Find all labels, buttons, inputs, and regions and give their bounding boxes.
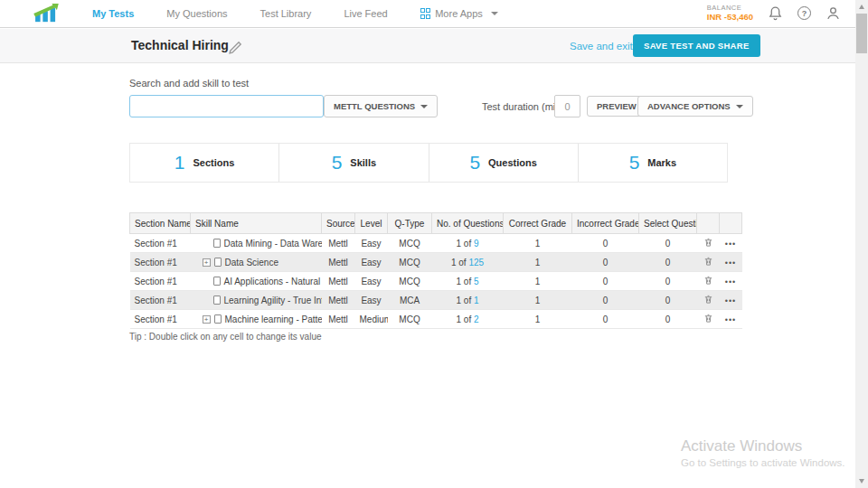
help-icon[interactable]: ? (797, 6, 811, 20)
search-skill-label: Search and add skill to test (129, 78, 249, 89)
cell-correct-grade[interactable]: 1 (504, 272, 572, 291)
cell-skill[interactable]: Data Mining - Data Warehou (224, 239, 322, 249)
cell-incorrect-grade[interactable]: 0 (572, 272, 639, 291)
table-row: Section #1 +Data Science Mettl Easy MCQ … (130, 253, 742, 272)
delete-row-icon[interactable] (703, 294, 713, 305)
cell-select-question[interactable]: 0 (639, 253, 697, 272)
advance-options-dropdown[interactable]: ADVANCE OPTIONS (637, 96, 753, 117)
notification-bell-icon[interactable] (768, 5, 783, 21)
cell-select-question[interactable]: 0 (639, 272, 697, 291)
cell-section[interactable]: Section #1 (130, 291, 191, 310)
cell-section[interactable]: Section #1 (130, 234, 191, 253)
nav-live-feed[interactable]: Live Feed (327, 8, 403, 19)
cell-source[interactable]: Mettl (322, 291, 355, 310)
marks-count: 5 (629, 152, 640, 174)
cell-correct-grade[interactable]: 1 (504, 253, 572, 272)
cell-qtype[interactable]: MCQ (388, 253, 432, 272)
nav-more-apps[interactable]: More Apps (404, 8, 514, 19)
save-and-exit-link[interactable]: Save and exit (570, 41, 633, 52)
cell-level[interactable]: Easy (355, 253, 388, 272)
cell-skill[interactable]: AI Applications - Natural Lan (224, 277, 322, 286)
profile-icon[interactable] (826, 5, 841, 21)
scroll-up-icon[interactable] (859, 5, 864, 9)
cell-qtype[interactable]: MCA (388, 291, 432, 310)
cell-source[interactable]: Mettl (322, 272, 355, 291)
cell-correct-grade[interactable]: 1 (504, 291, 572, 310)
top-nav: My Tests My Questions Test Library Live … (0, 0, 855, 28)
delete-row-icon[interactable] (703, 256, 713, 267)
expand-row-icon[interactable]: + (203, 258, 211, 267)
question-source-label: METTL QUESTIONS (334, 101, 415, 111)
cell-num-questions[interactable]: 1 of 9 (432, 234, 504, 253)
cell-qtype[interactable]: MCQ (388, 234, 432, 253)
cell-incorrect-grade[interactable]: 0 (572, 291, 639, 310)
cell-qtype[interactable]: MCQ (388, 272, 432, 291)
marks-label: Marks (647, 157, 676, 168)
chevron-down-icon (491, 12, 498, 15)
cell-skill[interactable]: Machine learning - Pattern R (225, 314, 322, 324)
cell-section[interactable]: Section #1 (130, 272, 191, 291)
cell-select-question[interactable]: 0 (639, 310, 697, 329)
cell-select-question[interactable]: 0 (639, 234, 697, 253)
cell-incorrect-grade[interactable]: 0 (572, 234, 639, 253)
table-row: Section #1 AI Applications - Natural Lan… (130, 272, 742, 291)
row-menu-icon[interactable]: ••• (725, 258, 736, 267)
nav-my-tests[interactable]: My Tests (76, 8, 150, 19)
test-duration-input[interactable] (554, 95, 580, 117)
cell-section[interactable]: Section #1 (130, 310, 191, 329)
cell-skill[interactable]: Data Science (225, 258, 278, 267)
scroll-down-icon[interactable] (859, 479, 864, 483)
question-source-dropdown[interactable]: METTL QUESTIONS (324, 95, 438, 117)
edit-title-pencil-icon[interactable] (228, 40, 243, 55)
cell-num-questions[interactable]: 1 of 2 (432, 310, 504, 329)
col-no-of-questions: No. of Questions (432, 213, 504, 234)
cell-select-question[interactable]: 0 (639, 291, 697, 310)
expand-row-icon[interactable]: + (203, 315, 211, 324)
cell-incorrect-grade[interactable]: 0 (572, 253, 639, 272)
cell-incorrect-grade[interactable]: 0 (572, 310, 639, 329)
cell-skill[interactable]: Learning Agility - True Infor (224, 296, 322, 305)
row-menu-icon[interactable]: ••• (725, 296, 736, 305)
cell-section[interactable]: Section #1 (130, 253, 191, 272)
test-summary-bar: 1 Sections 5 Skills 5 Questions 5 Marks (129, 143, 728, 183)
delete-row-icon[interactable] (703, 313, 713, 324)
table-row: Section #1 +Machine learning - Pattern R… (130, 310, 742, 329)
page-header: Technical Hiring Save and exit SAVE TEST… (0, 29, 855, 63)
search-skill-input[interactable] (129, 95, 324, 117)
save-test-and-share-button[interactable]: SAVE TEST AND SHARE (633, 34, 760, 57)
col-qtype: Q-Type (388, 213, 432, 234)
cell-correct-grade[interactable]: 1 (504, 234, 572, 253)
vertical-scrollbar[interactable] (855, 0, 868, 488)
chevron-down-icon (736, 105, 743, 108)
delete-row-icon[interactable] (703, 275, 713, 286)
page-title: Technical Hiring (131, 38, 229, 52)
document-icon (213, 296, 221, 305)
scrollbar-thumb[interactable] (856, 14, 867, 53)
cell-source[interactable]: Mettl (322, 310, 355, 329)
cell-num-questions[interactable]: 1 of 125 (432, 253, 504, 272)
stat-questions: 5 Questions (429, 144, 579, 182)
cell-num-questions[interactable]: 1 of 5 (432, 272, 504, 291)
cell-level[interactable]: Easy (355, 291, 388, 310)
cell-level[interactable]: Easy (355, 272, 388, 291)
col-source: Source (322, 213, 355, 234)
cell-correct-grade[interactable]: 1 (504, 310, 572, 329)
col-skill-name: Skill Name (191, 213, 322, 234)
nav-test-library[interactable]: Test Library (244, 8, 328, 19)
stat-sections: 1 Sections (130, 144, 279, 182)
delete-row-icon[interactable] (703, 237, 713, 248)
cell-level[interactable]: Medium (355, 310, 388, 329)
cell-num-questions[interactable]: 1 of 1 (432, 291, 504, 310)
balance: BALANCE INR -53,460 (707, 5, 753, 23)
cell-source[interactable]: Mettl (322, 234, 355, 253)
cell-qtype[interactable]: MCQ (388, 310, 432, 329)
row-menu-icon[interactable]: ••• (725, 277, 736, 286)
cell-level[interactable]: Easy (355, 234, 388, 253)
nav-my-questions[interactable]: My Questions (150, 8, 243, 19)
col-correct-grade: Correct Grade (504, 213, 572, 234)
row-menu-icon[interactable]: ••• (725, 315, 736, 324)
cell-source[interactable]: Mettl (322, 253, 355, 272)
row-menu-icon[interactable]: ••• (725, 239, 736, 249)
col-section-name: Section Name (130, 213, 191, 234)
mettl-logo-icon[interactable] (33, 4, 60, 23)
